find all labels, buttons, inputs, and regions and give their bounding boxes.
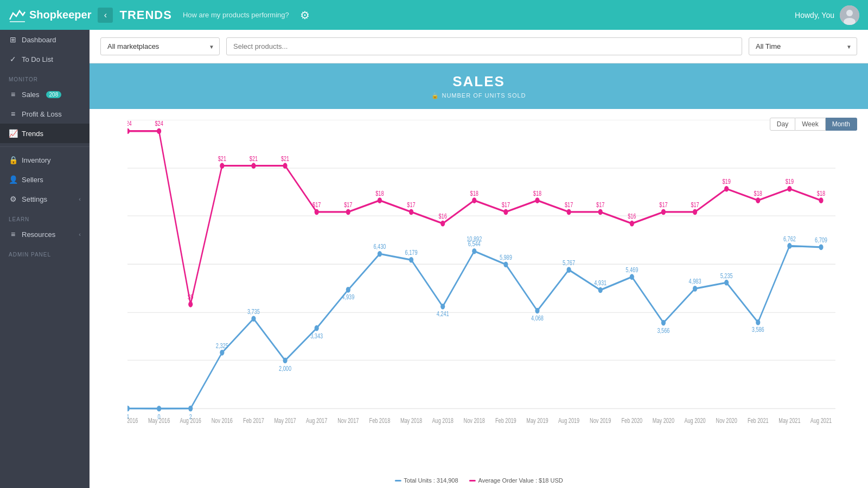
page-subtitle: How are my products performing? <box>183 11 289 19</box>
svg-text:4,241: 4,241 <box>437 310 449 317</box>
resources-arrow: ‹ <box>79 231 81 237</box>
svg-point-76 <box>315 209 319 215</box>
svg-text:$18: $18 <box>470 190 478 197</box>
svg-text:3,343: 3,343 <box>310 332 323 339</box>
svg-text:Nov 2016: Nov 2016 <box>212 417 233 424</box>
svg-point-79 <box>409 209 413 215</box>
filters-bar: All marketplaces All Time Last 30 Days L… <box>90 30 868 63</box>
svg-text:May 2019: May 2019 <box>526 417 548 424</box>
svg-point-41 <box>661 320 666 326</box>
svg-point-77 <box>346 209 350 215</box>
legend-units-color <box>394 480 401 481</box>
svg-text:$19: $19 <box>723 178 731 185</box>
svg-text:Nov 2017: Nov 2017 <box>337 417 359 424</box>
svg-point-81 <box>472 197 476 203</box>
svg-text:10,892: 10,892 <box>467 235 482 242</box>
svg-text:May 2018: May 2018 <box>400 417 422 424</box>
svg-point-28 <box>251 316 256 322</box>
legend-units: Total Units : 314,908 <box>394 477 458 484</box>
svg-text:3,566: 3,566 <box>657 326 669 333</box>
svg-text:6,430: 6,430 <box>373 243 386 250</box>
svg-point-2 <box>846 10 853 16</box>
svg-text:$17: $17 <box>659 201 667 208</box>
svg-text:6,762: 6,762 <box>783 235 796 242</box>
settings-sidebar-icon: ⚙ <box>9 195 17 203</box>
svg-text:Feb 2017: Feb 2017 <box>243 417 264 424</box>
sidebar-label-profit-loss: Profit & Loss <box>22 110 62 118</box>
period-week-button[interactable]: Week <box>795 118 825 131</box>
dashboard-icon: ⊞ <box>9 35 17 44</box>
chart-title: SALES <box>100 73 857 90</box>
svg-text:Feb 2019: Feb 2019 <box>495 417 516 424</box>
settings-icon[interactable]: ⚙ <box>300 9 310 22</box>
sidebar-item-resources[interactable]: ≡ Resources ‹ <box>0 224 90 244</box>
sidebar-divider-1 <box>0 146 90 147</box>
chart-area: Day Week Month 0 2000 <box>90 109 868 488</box>
top-navigation: Shopkeeper ‹ TRENDS How are my products … <box>0 0 868 30</box>
legend-aov-label: Average Order Value : $18 USD <box>478 477 563 484</box>
chart-header: SALES 🔒 NUMBER OF UNITS SOLD <box>90 63 868 109</box>
avatar[interactable] <box>840 5 859 25</box>
svg-text:5,767: 5,767 <box>563 259 575 266</box>
svg-text:Feb 2020: Feb 2020 <box>621 417 642 424</box>
sidebar-item-settings[interactable]: ⚙ Settings ‹ <box>0 189 90 209</box>
svg-point-73 <box>220 163 224 169</box>
svg-text:$18: $18 <box>533 190 541 197</box>
sidebar-item-trends[interactable]: 📈 Trends <box>0 124 90 143</box>
chart-container: SALES 🔒 NUMBER OF UNITS SOLD Day Week Mo… <box>90 63 868 488</box>
products-input[interactable] <box>226 37 742 55</box>
svg-point-34 <box>441 304 445 310</box>
admin-section-label: ADMIN PANEL <box>0 244 90 260</box>
svg-point-78 <box>378 197 382 203</box>
svg-text:$9: $9 <box>188 293 193 300</box>
logo: Shopkeeper <box>9 8 91 23</box>
main-layout: ⊞ Dashboard ✓ To Do List MONITOR ≡ Sales… <box>0 30 868 488</box>
svg-text:Feb 2016: Feb 2016 <box>127 417 138 424</box>
svg-text:$17: $17 <box>502 201 510 208</box>
svg-point-85 <box>598 209 603 215</box>
period-day-button[interactable]: Day <box>770 118 795 131</box>
svg-text:2,325: 2,325 <box>216 342 228 349</box>
sales-icon: ≡ <box>9 90 17 99</box>
svg-text:$17: $17 <box>691 201 699 208</box>
svg-point-88 <box>693 209 697 215</box>
svg-text:Feb 2018: Feb 2018 <box>369 417 391 424</box>
sellers-icon: 👤 <box>9 175 17 184</box>
svg-text:Aug 2016: Aug 2016 <box>180 417 201 424</box>
time-select[interactable]: All Time Last 30 Days Last 90 Days Last … <box>749 37 857 55</box>
svg-point-86 <box>630 221 634 227</box>
svg-point-72 <box>188 301 193 307</box>
svg-text:Nov 2020: Nov 2020 <box>716 417 737 424</box>
sidebar-item-sellers[interactable]: 👤 Sellers <box>0 170 90 189</box>
sidebar-item-todo[interactable]: ✓ To Do List <box>0 49 90 69</box>
lock-icon: 🔒 <box>431 92 439 99</box>
marketplace-filter-wrapper: All marketplaces <box>100 37 220 55</box>
svg-point-44 <box>756 319 760 325</box>
svg-text:$21: $21 <box>281 155 289 162</box>
svg-point-37 <box>535 308 539 314</box>
logo-text: Shopkeeper <box>29 9 91 21</box>
settings-arrow: ‹ <box>79 196 81 202</box>
sidebar-item-profit-loss[interactable]: ≡ Profit & Loss <box>0 104 90 124</box>
trend-chart: 0 2000 4000 6000 8000 10000 12000 $0 $5 … <box>127 120 835 466</box>
sidebar-item-dashboard[interactable]: ⊞ Dashboard <box>0 30 90 49</box>
marketplace-select[interactable]: All marketplaces <box>100 37 220 55</box>
svg-point-90 <box>756 197 760 203</box>
svg-text:Aug 2021: Aug 2021 <box>810 417 832 424</box>
svg-point-30 <box>315 325 319 331</box>
svg-point-36 <box>503 261 508 267</box>
sidebar-toggle[interactable]: ‹ <box>98 8 113 23</box>
sidebar-label-sellers: Sellers <box>22 176 43 184</box>
svg-point-39 <box>598 287 603 293</box>
sidebar-label-trends: Trends <box>22 130 43 138</box>
svg-text:$17: $17 <box>344 201 352 208</box>
time-filter-wrapper: All Time Last 30 Days Last 90 Days Last … <box>749 37 857 55</box>
inventory-icon: 🔒 <box>9 156 17 164</box>
period-month-button[interactable]: Month <box>826 118 857 131</box>
svg-point-46 <box>819 245 823 251</box>
sidebar-item-inventory[interactable]: 🔒 Inventory <box>0 150 90 170</box>
sidebar-item-sales[interactable]: ≡ Sales 208 <box>0 85 90 104</box>
sidebar: ⊞ Dashboard ✓ To Do List MONITOR ≡ Sales… <box>0 30 90 488</box>
svg-text:4,983: 4,983 <box>689 278 701 285</box>
svg-text:5,469: 5,469 <box>626 266 638 273</box>
